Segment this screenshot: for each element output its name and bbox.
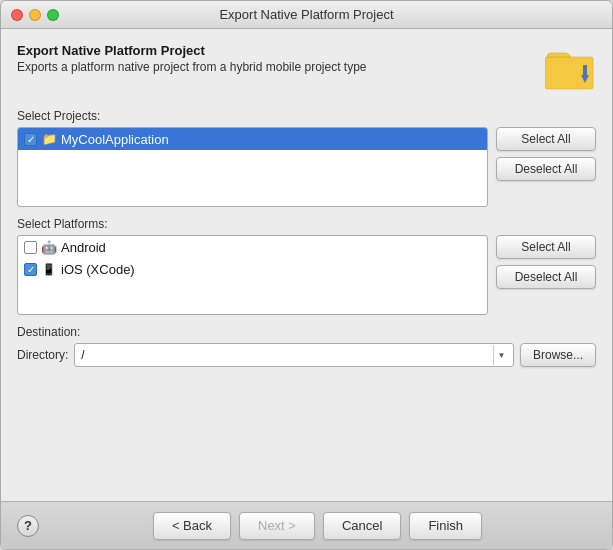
directory-row: Directory: / ▼ Browse... (17, 343, 596, 367)
project-icon: 📁 (41, 131, 57, 147)
destination-label: Destination: (17, 325, 596, 339)
projects-list[interactable]: ✓ 📁 MyCoolApplication (17, 127, 488, 207)
directory-input-wrapper[interactable]: / ▼ (74, 343, 514, 367)
project-item-label: MyCoolApplication (61, 132, 169, 147)
platforms-btn-group: Select All Deselect All (496, 235, 596, 289)
content-area: Export Native Platform Project Exports a… (1, 29, 612, 501)
projects-deselect-all-button[interactable]: Deselect All (496, 157, 596, 181)
platform-checkbox-ios[interactable]: ✓ (24, 263, 37, 276)
platforms-row: 🤖 Android ✓ 📱 iOS (XCode) Select All Des… (17, 235, 596, 315)
platforms-list[interactable]: 🤖 Android ✓ 📱 iOS (XCode) (17, 235, 488, 315)
project-checkbox-mycoolapp[interactable]: ✓ (24, 133, 37, 146)
list-item-android[interactable]: 🤖 Android (18, 236, 487, 258)
back-button[interactable]: < Back (153, 512, 231, 540)
projects-btn-group: Select All Deselect All (496, 127, 596, 181)
next-button[interactable]: Next > (239, 512, 315, 540)
finish-button[interactable]: Finish (409, 512, 482, 540)
platforms-deselect-all-button[interactable]: Deselect All (496, 265, 596, 289)
browse-button[interactable]: Browse... (520, 343, 596, 367)
destination-section: Destination: Directory: / ▼ Browse... (17, 325, 596, 367)
close-button[interactable] (11, 9, 23, 21)
folder-icon (545, 47, 595, 91)
projects-row: ✓ 📁 MyCoolApplication Select All Deselec… (17, 127, 596, 207)
directory-label: Directory: (17, 348, 68, 362)
android-icon: 🤖 (41, 239, 57, 255)
projects-section: Select Projects: ✓ 📁 MyCoolApplication S… (17, 109, 596, 207)
header-icon (544, 43, 596, 95)
bottom-buttons: < Back Next > Cancel Finish (153, 512, 482, 540)
minimize-button[interactable] (29, 9, 41, 21)
window-title: Export Native Platform Project (219, 7, 393, 22)
list-item[interactable]: ✓ 📁 MyCoolApplication (18, 128, 487, 150)
svg-rect-1 (583, 65, 587, 75)
ios-icon: 📱 (41, 261, 57, 277)
platform-checkbox-android[interactable] (24, 241, 37, 254)
directory-dropdown-arrow[interactable]: ▼ (493, 345, 509, 365)
traffic-lights (11, 9, 59, 21)
cancel-button[interactable]: Cancel (323, 512, 401, 540)
projects-select-all-button[interactable]: Select All (496, 127, 596, 151)
header-section: Export Native Platform Project Exports a… (17, 43, 596, 95)
list-item-ios[interactable]: ✓ 📱 iOS (XCode) (18, 258, 487, 280)
directory-value: / (81, 343, 489, 367)
projects-label: Select Projects: (17, 109, 596, 123)
platform-item-android-label: Android (61, 240, 106, 255)
header-text: Export Native Platform Project Exports a… (17, 43, 367, 74)
bottom-bar: ? < Back Next > Cancel Finish (1, 501, 612, 549)
platforms-section: Select Platforms: 🤖 Android ✓ 📱 iOS (XCo… (17, 217, 596, 315)
platforms-label: Select Platforms: (17, 217, 596, 231)
help-button[interactable]: ? (17, 515, 39, 537)
platform-item-ios-label: iOS (XCode) (61, 262, 135, 277)
main-window: Export Native Platform Project Export Na… (0, 0, 613, 550)
maximize-button[interactable] (47, 9, 59, 21)
title-bar: Export Native Platform Project (1, 1, 612, 29)
header-subtitle: Exports a platform native project from a… (17, 60, 367, 74)
header-title: Export Native Platform Project (17, 43, 367, 58)
platforms-select-all-button[interactable]: Select All (496, 235, 596, 259)
